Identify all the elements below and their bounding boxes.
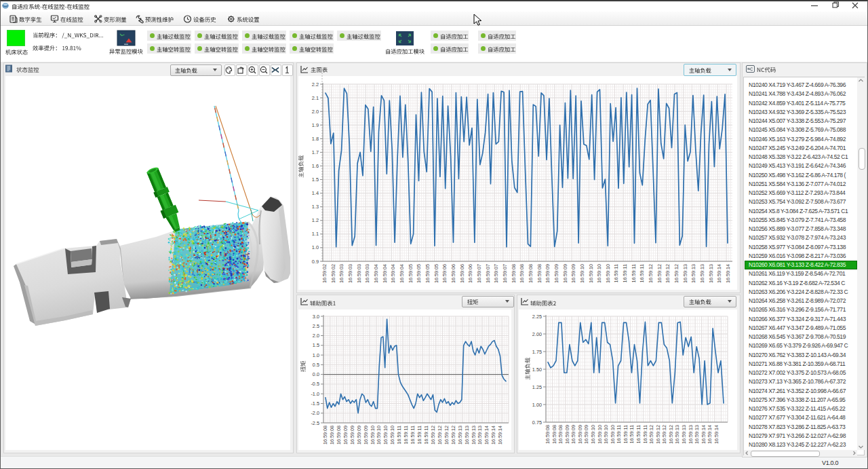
svg-text:1.00: 1.00 — [532, 402, 542, 408]
svg-text:2.0: 2.0 — [312, 109, 319, 115]
svg-text:16:59:09: 16:59:09 — [363, 426, 369, 445]
svg-text:3.0: 3.0 — [313, 314, 319, 320]
svg-text:16:59:12: 16:59:12 — [443, 426, 450, 445]
svg-text:16:59:10: 16:59:10 — [588, 264, 594, 283]
svg-text:16:59:13: 16:59:13 — [699, 264, 705, 283]
svg-text:16:59:12: 16:59:12 — [648, 264, 654, 283]
svg-text:0.0: 0.0 — [313, 371, 319, 377]
svg-text:16:59:13: 16:59:13 — [708, 264, 714, 283]
svg-text:16:59:12: 16:59:12 — [437, 426, 443, 445]
svg-text:16:59:10: 16:59:10 — [579, 264, 585, 283]
svg-text:16:59:08: 16:59:08 — [511, 264, 517, 283]
svg-text:16:59:14: 16:59:14 — [716, 264, 722, 283]
svg-text:16:59:09: 16:59:09 — [342, 426, 349, 445]
svg-text:16:59:08: 16:59:08 — [557, 425, 564, 444]
svg-text:2.1: 2.1 — [312, 95, 319, 101]
svg-text:-1.0: -1.0 — [311, 391, 319, 397]
svg-text:16:59:08: 16:59:08 — [545, 425, 551, 444]
svg-text:16:59:11: 16:59:11 — [629, 425, 635, 443]
svg-text:16:59:03: 16:59:03 — [356, 264, 362, 283]
svg-text:1.5: 1.5 — [313, 342, 319, 348]
svg-text:16:59:13: 16:59:13 — [464, 426, 470, 445]
svg-text:16:59:06: 16:59:06 — [441, 264, 448, 283]
svg-text:16:59:11: 16:59:11 — [642, 425, 648, 443]
svg-text:16:59:10: 16:59:10 — [605, 264, 611, 283]
svg-text:1.25: 1.25 — [532, 384, 542, 390]
svg-text:16:59:06: 16:59:06 — [450, 264, 456, 283]
svg-text:16:59:12: 16:59:12 — [648, 425, 654, 444]
svg-text:16:59:12: 16:59:12 — [665, 264, 671, 283]
svg-text:2.0: 2.0 — [313, 333, 319, 339]
svg-text:2.00: 2.00 — [532, 331, 542, 337]
svg-text:16:59:09: 16:59:09 — [349, 426, 355, 445]
svg-text:16:59:12: 16:59:12 — [430, 426, 436, 445]
svg-text:2.5: 2.5 — [313, 323, 319, 329]
svg-text:16:59:03: 16:59:03 — [347, 264, 353, 283]
svg-text:1.4: 1.4 — [312, 190, 319, 196]
svg-text:16:59:11: 16:59:11 — [623, 425, 629, 443]
svg-text:16:59:11: 16:59:11 — [423, 426, 429, 444]
svg-text:16:59:12: 16:59:12 — [656, 264, 663, 283]
svg-text:16:59:12: 16:59:12 — [661, 425, 667, 444]
svg-text:16:59:09: 16:59:09 — [356, 426, 362, 445]
svg-text:16:59:07: 16:59:07 — [502, 264, 508, 283]
svg-text:16:59:12: 16:59:12 — [668, 425, 674, 444]
svg-text:1.0: 1.0 — [312, 244, 319, 250]
svg-text:16:59:08: 16:59:08 — [551, 425, 557, 444]
svg-text:1.8: 1.8 — [312, 136, 319, 142]
svg-text:16:59:11: 16:59:11 — [635, 425, 642, 443]
svg-text:16:59:10: 16:59:10 — [376, 426, 382, 445]
svg-text:16:59:13: 16:59:13 — [681, 425, 687, 444]
svg-text:16:59:12: 16:59:12 — [673, 264, 679, 283]
svg-text:1.7: 1.7 — [312, 149, 319, 155]
svg-text:16:59:09: 16:59:09 — [577, 425, 583, 444]
svg-text:-1.5: -1.5 — [311, 400, 319, 407]
svg-text:16:59:13: 16:59:13 — [674, 425, 680, 444]
svg-text:16:59:07: 16:59:07 — [493, 264, 499, 283]
svg-text:16:59:10: 16:59:10 — [603, 425, 609, 444]
svg-text:16:59:06: 16:59:06 — [459, 264, 465, 283]
svg-text:1.3: 1.3 — [312, 204, 319, 210]
svg-text:0.9: 0.9 — [312, 259, 319, 265]
svg-text:16:59:12: 16:59:12 — [655, 425, 661, 444]
svg-text:16:59:14: 16:59:14 — [707, 425, 713, 444]
svg-text:16:59:12: 16:59:12 — [450, 426, 456, 445]
svg-text:16:59:04: 16:59:04 — [399, 264, 405, 283]
svg-text:16:59:10: 16:59:10 — [596, 264, 602, 283]
svg-text:16:59:08: 16:59:08 — [329, 426, 335, 445]
svg-text:1.0: 1.0 — [313, 352, 319, 358]
svg-text:16:59:13: 16:59:13 — [477, 426, 483, 445]
svg-text:16:59:14: 16:59:14 — [713, 425, 719, 444]
svg-text:16:59:09: 16:59:09 — [562, 264, 568, 283]
svg-text:16:59:11: 16:59:11 — [403, 426, 409, 444]
svg-text:16:59:10: 16:59:10 — [382, 426, 389, 445]
svg-text:16:59:04: 16:59:04 — [390, 264, 396, 283]
svg-text:16:59:07: 16:59:07 — [476, 264, 482, 283]
svg-text:16:59:10: 16:59:10 — [597, 425, 603, 444]
svg-text:-2.5: -2.5 — [311, 420, 319, 426]
svg-text:16:59:08: 16:59:08 — [336, 426, 342, 445]
svg-text:16:59:03: 16:59:03 — [338, 264, 344, 283]
svg-text:16:59:08: 16:59:08 — [536, 264, 542, 283]
svg-text:16:59:11: 16:59:11 — [631, 264, 637, 282]
svg-text:16:59:09: 16:59:09 — [583, 425, 589, 444]
svg-text:16:59:13: 16:59:13 — [694, 425, 700, 444]
svg-text:1.5: 1.5 — [312, 176, 319, 183]
svg-text:16:59:09: 16:59:09 — [564, 425, 570, 444]
svg-text:16:59:02: 16:59:02 — [330, 264, 336, 283]
svg-text:1.9: 1.9 — [312, 122, 319, 128]
svg-text:16:59:11: 16:59:11 — [396, 426, 402, 444]
svg-text:16:59:08: 16:59:08 — [322, 426, 328, 445]
svg-text:16:59:08: 16:59:08 — [528, 264, 534, 283]
svg-text:1.50: 1.50 — [532, 367, 542, 373]
svg-text:1.1: 1.1 — [312, 231, 319, 237]
svg-text:16:59:09: 16:59:09 — [570, 425, 576, 444]
svg-text:16:59:03: 16:59:03 — [364, 264, 370, 283]
svg-text:-0.5: -0.5 — [311, 381, 319, 387]
svg-text:0.5: 0.5 — [313, 362, 319, 368]
svg-text:16:59:13: 16:59:13 — [688, 425, 694, 444]
svg-text:16:59:11: 16:59:11 — [616, 425, 622, 443]
svg-text:1.75: 1.75 — [532, 349, 542, 355]
svg-text:16:59:05: 16:59:05 — [416, 264, 422, 283]
svg-text:16:59:05: 16:59:05 — [433, 264, 439, 283]
